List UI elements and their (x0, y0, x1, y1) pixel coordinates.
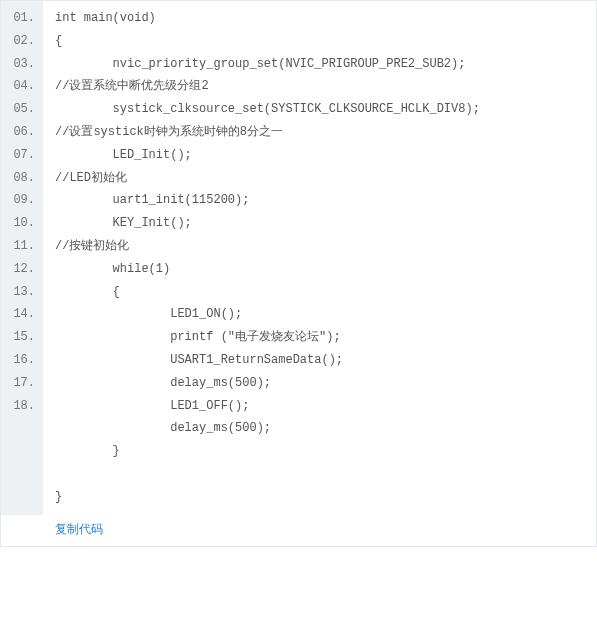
code-line: delay_ms(500); (55, 417, 586, 440)
line-number: 03. (1, 53, 43, 76)
line-number: 02. (1, 30, 43, 53)
code-footer: 复制代码 (1, 515, 596, 546)
line-number: 05. (1, 98, 43, 121)
code-line: LED_Init(); //LED初始化 (55, 144, 586, 190)
line-number: 08. (1, 167, 43, 190)
code-line: printf ("电子发烧友论坛"); (55, 326, 586, 349)
code-content: int main(void){ nvic_priority_group_set(… (43, 1, 596, 515)
code-line: while(1) (55, 258, 586, 281)
line-number: 17. (1, 372, 43, 395)
code-body: 01.02.03.04.05.06.07.08.09.10.11.12.13.1… (1, 1, 596, 515)
code-line: LED1_ON(); (55, 303, 586, 326)
copy-code-link[interactable]: 复制代码 (55, 522, 103, 536)
line-number: 14. (1, 303, 43, 326)
line-number-gutter: 01.02.03.04.05.06.07.08.09.10.11.12.13.1… (1, 1, 43, 515)
line-number: 01. (1, 7, 43, 30)
code-line: USART1_ReturnSameData(); (55, 349, 586, 372)
code-line: } (55, 440, 586, 463)
code-line: uart1_init(115200); (55, 189, 586, 212)
code-line: } (55, 486, 586, 509)
code-line: delay_ms(500); (55, 372, 586, 395)
code-line: { (55, 281, 586, 304)
line-number: 12. (1, 258, 43, 281)
line-number: 10. (1, 212, 43, 235)
code-line: LED1_OFF(); (55, 395, 586, 418)
code-line: nvic_priority_group_set(NVIC_PRIGROUP_PR… (55, 53, 586, 99)
line-number: 13. (1, 281, 43, 304)
code-line: { (55, 30, 586, 53)
code-block: 01.02.03.04.05.06.07.08.09.10.11.12.13.1… (0, 0, 597, 547)
line-number: 15. (1, 326, 43, 349)
line-number: 06. (1, 121, 43, 144)
line-number: 04. (1, 75, 43, 98)
line-number: 18. (1, 395, 43, 418)
code-line: KEY_Init(); //按键初始化 (55, 212, 586, 258)
line-number: 11. (1, 235, 43, 258)
code-line: systick_clksource_set(SYSTICK_CLKSOURCE_… (55, 98, 586, 144)
line-number: 09. (1, 189, 43, 212)
code-line: int main(void) (55, 7, 586, 30)
line-number: 16. (1, 349, 43, 372)
code-line (55, 463, 586, 486)
line-number: 07. (1, 144, 43, 167)
